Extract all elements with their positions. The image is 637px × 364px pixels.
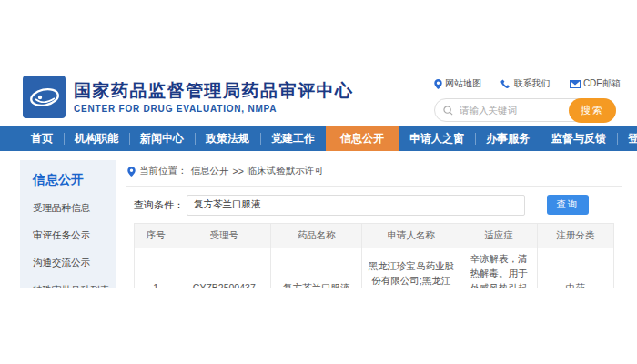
nav-item-services[interactable]: 办事服务 [475, 126, 541, 151]
phone-icon [500, 79, 511, 89]
header-search-box: 搜索 [434, 98, 616, 122]
sidebar-item-accepted-varieties[interactable]: 受理品种信息 [33, 202, 111, 215]
cell-seq: 1 [135, 248, 177, 288]
nav-item-news[interactable]: 新闻中心 [129, 126, 195, 151]
brand: 国家药品监督管理局药品审评中心 CENTER FOR DRUG EVALUATI… [23, 76, 354, 118]
cell-drug-name: 复方芩兰口服液 [271, 248, 362, 288]
query-button[interactable]: 查询 [547, 195, 589, 215]
nav-item-info-disclosure[interactable]: 信息公开 [326, 126, 399, 151]
cde-logo-icon [23, 76, 66, 118]
results-table: 序号 受理号 药品名称 申请人名称 适应症 注册分类 1 CYZB2500437 [134, 223, 614, 288]
cde-mail-link[interactable]: CDE邮箱 [570, 77, 621, 90]
page: 国家药品监督管理局药品审评中心 CENTER FOR DRUG EVALUATI… [0, 0, 637, 288]
header-acceptance-no: 受理号 [177, 224, 271, 248]
brand-text: 国家药品监督管理局药品审评中心 CENTER FOR DRUG EVALUATI… [74, 80, 354, 114]
breadcrumb-separator: >> [233, 166, 244, 177]
nav-item-home[interactable]: 首页 [20, 126, 64, 151]
breadcrumb: 当前位置： 信息公开 >> 临床试验默示许可 [127, 165, 622, 177]
sidebar-item-review-tasks[interactable]: 审评任务公示 [33, 229, 111, 242]
query-form: 查询条件： 查询 [134, 194, 614, 216]
results-panel: 查询条件： 查询 序号 受理号 药品名称 申请人名称 [126, 186, 622, 288]
nav-item-applicant-window[interactable]: 申请人之窗 [399, 126, 475, 151]
nav-item-policy[interactable]: 政策法规 [195, 126, 260, 151]
sitemap-link[interactable]: 网站地图 [434, 77, 481, 90]
header-drug-name: 药品名称 [271, 224, 362, 248]
contact-us-label: 联系我们 [513, 77, 550, 90]
main-nav: 首页 机构职能 新闻中心 政策法规 党建工作 信息公开 申请人之窗 办事服务 监… [0, 126, 637, 151]
nav-item-supervision[interactable]: 监督与反馈 [541, 126, 617, 151]
site-header: 国家药品监督管理局药品审评中心 CENTER FOR DRUG EVALUATI… [0, 68, 637, 126]
location-pin-icon [127, 167, 136, 177]
header-applicant: 申请人名称 [362, 224, 460, 248]
content: 信息公开 受理品种信息 审评任务公示 沟通交流公示 特殊审批品种列表 当前位置：… [0, 151, 637, 288]
breadcrumb-section[interactable]: 信息公开 [191, 165, 229, 177]
table-row: 1 CYZB2500437 复方芩兰口服液 黑龙江珍宝岛药业股份有限公司;黑龙江… [135, 248, 614, 288]
utility-links: 网站地图 联系我们 CDE邮箱 [434, 77, 621, 90]
sitemap-label: 网站地图 [445, 77, 481, 90]
header-registration-class: 注册分类 [537, 224, 613, 248]
header-search-button[interactable]: 搜索 [569, 98, 616, 123]
nav-item-functions[interactable]: 机构职能 [64, 126, 129, 151]
search-icon [443, 106, 453, 116]
sidebar: 信息公开 受理品种信息 审评任务公示 沟通交流公示 特殊审批品种列表 [20, 160, 116, 288]
breadcrumb-prefix: 当前位置： [139, 165, 187, 177]
sidebar-item-communication[interactable]: 沟通交流公示 [33, 257, 111, 269]
header-indication: 适应症 [460, 224, 537, 248]
header-right: 网站地图 联系我们 CDE邮箱 搜索 [434, 76, 621, 122]
site-title: 国家药品监督管理局药品审评中心 [74, 80, 354, 102]
location-pin-icon [434, 79, 442, 89]
cell-indication: 辛凉解表，清热解毒。用于外感风热引起的发热，咳嗽，咽痛。 [460, 248, 537, 288]
breadcrumb-current: 临床试验默示许可 [248, 165, 324, 177]
cde-mail-label: CDE邮箱 [583, 77, 621, 90]
search-row: 搜索 [434, 98, 621, 122]
query-label: 查询条件： [134, 198, 184, 212]
envelope-icon [570, 80, 581, 88]
cell-acceptance-no: CYZB2500437 [177, 248, 271, 288]
query-input[interactable] [187, 195, 525, 216]
cell-registration-class: 中药 [537, 248, 613, 288]
cell-applicant: 黑龙江珍宝岛药业股份有限公司;黑龙江羽迪药业有限责任公司 [362, 248, 460, 288]
site-subtitle: CENTER FOR DRUG EVALUATION, NMPA [74, 104, 354, 114]
sidebar-item-special-approval-list[interactable]: 特殊审批品种列表 [33, 284, 111, 288]
nav-item-party[interactable]: 党建工作 [260, 126, 326, 151]
main-area: 当前位置： 信息公开 >> 临床试验默示许可 查询条件： 查询 [126, 160, 622, 288]
header-seq: 序号 [135, 224, 177, 248]
sidebar-title: 信息公开 [33, 172, 111, 188]
nav-item-registration-platform[interactable]: 登记备案平台 [617, 126, 637, 151]
contact-us-link[interactable]: 联系我们 [500, 77, 550, 90]
table-header-row: 序号 受理号 药品名称 申请人名称 适应症 注册分类 [135, 224, 614, 248]
